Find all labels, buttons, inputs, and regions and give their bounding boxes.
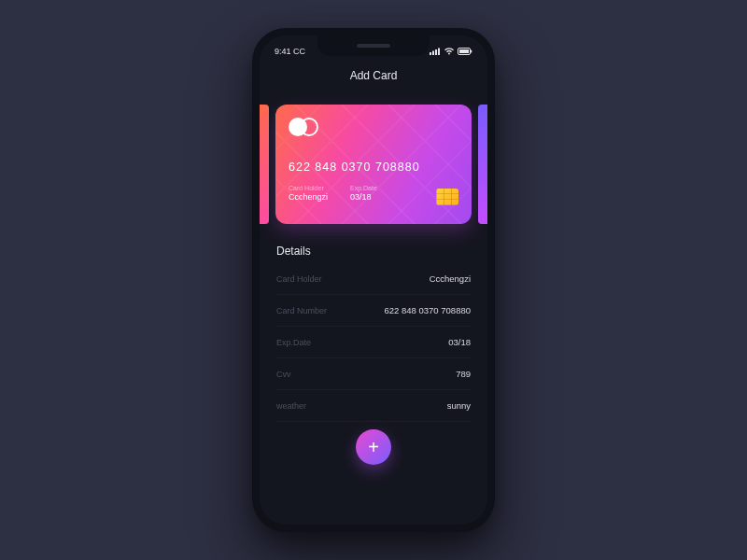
row-card-holder[interactable]: Card Holder Ccchengzi [276, 263, 471, 295]
svg-rect-5 [459, 49, 469, 53]
card-peek-left[interactable] [260, 105, 269, 224]
svg-rect-3 [438, 49, 440, 56]
svg-rect-6 [471, 50, 472, 53]
row-label: Cvv [276, 370, 291, 379]
card-exp-label: Exp.Date [350, 185, 377, 191]
row-cvv[interactable]: Cvv 789 [276, 358, 471, 390]
phone-frame: 9:41 CC Add Card 622 848 0370 708880 Car… [252, 28, 495, 532]
svg-rect-0 [430, 52, 431, 55]
row-label: weather [276, 401, 306, 411]
card-peek-right[interactable] [478, 105, 487, 224]
row-label: Card Number [276, 306, 327, 315]
card-carousel[interactable]: 622 848 0370 708880 Card Holder Ccchengz… [260, 95, 487, 233]
card-exp-block: Exp.Date 03/18 [350, 185, 377, 202]
svg-rect-2 [435, 49, 437, 55]
status-icons [430, 48, 472, 55]
card-holder-block: Card Holder Ccchengzi [289, 185, 328, 202]
row-value: sunny [447, 400, 471, 411]
wifi-icon [444, 48, 455, 55]
row-value: 789 [456, 369, 471, 379]
page-title: Add Card [260, 60, 487, 95]
card-number: 622 848 0370 708880 [289, 161, 458, 174]
screen: 9:41 CC Add Card 622 848 0370 708880 Car… [260, 35, 487, 525]
row-exp-date[interactable]: Exp.Date 03/18 [276, 327, 471, 358]
details-section: Details Card Holder Ccchengzi Card Numbe… [260, 233, 487, 465]
row-label: Exp.Date [276, 338, 311, 347]
chip-icon [436, 189, 458, 205]
mastercard-icon [289, 118, 458, 136]
row-weather[interactable]: weather sunny [276, 390, 471, 422]
battery-icon [458, 48, 472, 55]
svg-rect-1 [432, 51, 434, 56]
add-button[interactable]: + [356, 429, 391, 465]
row-value: 622 848 0370 708880 [385, 305, 471, 315]
credit-card[interactable]: 622 848 0370 708880 Card Holder Ccchengz… [275, 105, 472, 224]
card-holder-label: Card Holder [289, 185, 328, 191]
card-holder-value: Ccchengzi [289, 192, 328, 202]
details-title: Details [276, 245, 471, 258]
row-value: 03/18 [448, 337, 471, 347]
row-value: Ccchengzi [430, 273, 471, 284]
card-exp-value: 03/18 [350, 192, 377, 202]
plus-icon: + [368, 437, 379, 458]
notch [317, 35, 430, 56]
row-card-number[interactable]: Card Number 622 848 0370 708880 [276, 295, 471, 327]
status-time: 9:41 CC [275, 47, 305, 56]
row-label: Card Holder [276, 274, 322, 284]
signal-icon [430, 48, 441, 55]
